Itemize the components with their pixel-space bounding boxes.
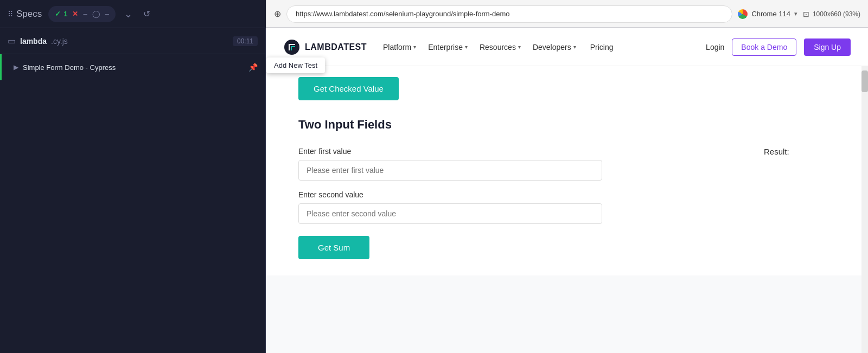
get-checked-value-button[interactable]: Get Checked Value (298, 77, 399, 100)
chrome-icon (738, 9, 748, 19)
second-field-label: Enter second value (298, 190, 731, 199)
resources-label: Resources (480, 43, 516, 52)
form-row: Enter first value Enter second value Get… (298, 147, 829, 259)
nav-right: Login Book a Demo Sign Up (706, 38, 851, 56)
specs-logo: ⠿ Specs (8, 9, 42, 20)
status-badges: ✓ 1 ✕ – ◯ – (48, 6, 116, 22)
lt-logo-icon (283, 38, 301, 56)
check-icon: ✓ (55, 10, 61, 18)
test-item[interactable]: ▶ Simple Form Demo - Cypress 📌 Add New T… (0, 54, 265, 80)
developers-label: Developers (533, 43, 571, 52)
specs-title: Specs (16, 9, 42, 20)
browser-badge: Chrome 114 ▾ (738, 9, 797, 19)
add-new-label: Add New Test (274, 61, 317, 69)
pass-count: 1 (63, 10, 67, 18)
viewport-icon: ⊡ (803, 10, 809, 18)
pricing-label: Pricing (590, 43, 614, 52)
first-value-input[interactable] (298, 160, 602, 181)
site-inner: Get Checked Value Two Input Fields Enter… (266, 66, 861, 275)
file-header: ▭ lambda .cy.js 00:11 (0, 28, 265, 54)
result-label: Result: (764, 147, 789, 156)
platform-label: Platform (383, 43, 411, 52)
test-label: Simple Form Demo - Cypress (23, 63, 116, 72)
url-text: https://www.lambdatest.com/selenium-play… (296, 10, 510, 18)
nav-enterprise[interactable]: Enterprise ▾ (428, 43, 468, 52)
nav-platform[interactable]: Platform ▾ (383, 43, 416, 52)
enterprise-caret: ▾ (465, 44, 468, 50)
site-body: Get Checked Value Two Input Fields Enter… (266, 66, 868, 353)
form-right: Result: (764, 147, 829, 157)
scrollbar-thumb (861, 70, 868, 92)
browser-content: LAMBDATEST Platform ▾ Enterprise ▾ Resou… (266, 28, 868, 353)
resources-caret: ▾ (518, 44, 521, 50)
viewport-badge: ⊡ 1000x660 (93%) (803, 10, 860, 18)
sidebar: ▭ lambda .cy.js 00:11 ▶ Simple Form Demo… (0, 28, 266, 353)
section-title: Two Input Fields (298, 118, 829, 132)
lt-logo: LAMBDATEST (283, 38, 367, 56)
nav-developers[interactable]: Developers ▾ (533, 43, 576, 52)
viewport-text: 1000x660 (93%) (813, 10, 860, 18)
refresh-button[interactable]: ↺ (141, 7, 152, 21)
url-bar[interactable]: https://www.lambdatest.com/selenium-play… (286, 5, 732, 23)
form-left: Enter first value Enter second value Get… (298, 147, 731, 259)
x-icon: ✕ (72, 10, 78, 18)
site-nav: LAMBDATEST Platform ▾ Enterprise ▾ Resou… (266, 28, 868, 66)
browser-name: Chrome 114 (751, 10, 790, 18)
nav-globe-icon: ⊕ (274, 9, 281, 19)
nav-links: Platform ▾ Enterprise ▾ Resources ▾ Deve… (383, 43, 613, 52)
chevron-down-icon: ▾ (794, 10, 797, 17)
book-demo-button[interactable]: Book a Demo (732, 38, 796, 56)
first-field-label: Enter first value (298, 147, 731, 156)
nav-pricing[interactable]: Pricing (590, 43, 614, 52)
filename-ext: .cy.js (51, 37, 68, 46)
grid-icon: ⠿ (8, 10, 13, 18)
timer-badge: 00:11 (233, 36, 258, 46)
add-new-tooltip: Add New Test (266, 57, 325, 73)
filename-lambda: lambda (20, 37, 47, 46)
circle-icon: ◯ (92, 10, 100, 18)
platform-caret: ▾ (413, 44, 416, 50)
get-sum-button[interactable]: Get Sum (298, 236, 369, 259)
chevron-right-icon: ▶ (14, 63, 18, 71)
second-value-input[interactable] (298, 203, 602, 224)
nav-resources[interactable]: Resources ▾ (480, 43, 521, 52)
arrow-down-button[interactable]: ⌄ (122, 6, 135, 22)
pin-icon: 📌 (248, 63, 258, 72)
test-actions: 📌 (248, 63, 258, 72)
lt-logo-text: LAMBDATEST (305, 42, 367, 52)
signup-button[interactable]: Sign Up (804, 38, 851, 56)
enterprise-label: Enterprise (428, 43, 463, 52)
dash-icon: – (83, 10, 87, 18)
file-icon: ▭ (8, 36, 16, 46)
dash2-icon: – (105, 10, 109, 18)
login-button[interactable]: Login (706, 43, 724, 52)
developers-caret: ▾ (573, 44, 576, 50)
scrollbar-track[interactable] (861, 66, 868, 353)
